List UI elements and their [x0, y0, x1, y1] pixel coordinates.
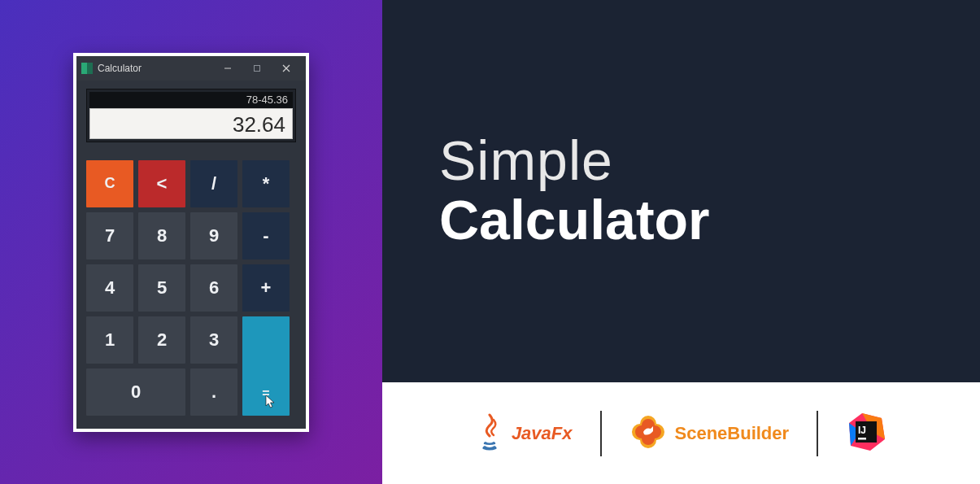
digit-7-button[interactable]: 7 [86, 212, 133, 259]
backspace-button[interactable]: < [138, 160, 185, 207]
digit-2-button[interactable]: 2 [138, 316, 185, 364]
decimal-button[interactable]: . [190, 368, 237, 416]
digit-5-button[interactable]: 5 [138, 264, 185, 312]
window-titlebar: Calculator [76, 56, 306, 81]
digit-3-button[interactable]: 3 [190, 316, 237, 364]
intellij-badge: IJ [821, 412, 911, 456]
scenebuilder-icon [629, 413, 667, 454]
digit-4-button[interactable]: 4 [86, 264, 133, 312]
window-title: Calculator [98, 63, 142, 74]
digit-9-button[interactable]: 9 [190, 212, 237, 259]
javafx-label: JavaFx [512, 423, 573, 444]
hero-title-area: Simple Calculator [382, 0, 980, 382]
scenebuilder-badge: SceneBuilder [605, 413, 814, 454]
minimize-button[interactable] [213, 56, 242, 81]
maximize-button[interactable] [242, 56, 272, 81]
java-icon [476, 413, 503, 454]
close-button[interactable] [272, 56, 301, 81]
equals-label: = [262, 386, 269, 401]
digit-0-button[interactable]: 0 [86, 368, 185, 416]
hero-title-line1: Simple [439, 132, 710, 190]
javafx-badge: JavaFx [451, 413, 597, 454]
svg-rect-5 [858, 438, 866, 440]
clear-button[interactable]: C [86, 160, 133, 207]
keypad: C < / * 7 8 9 - 4 5 6 + 1 2 3 = [86, 160, 296, 416]
svg-rect-1 [255, 65, 260, 71]
expression-display: 78-45.36 [89, 92, 293, 108]
intellij-glyph: IJ [858, 425, 866, 436]
calculator-window: Calculator 78-45.36 32.64 C < / * [73, 53, 309, 432]
digit-1-button[interactable]: 1 [86, 316, 133, 364]
equals-button[interactable]: = [242, 316, 290, 416]
calculator-body: 78-45.36 32.64 C < / * 7 8 9 - 4 5 6 + [76, 81, 306, 429]
divider [600, 411, 602, 456]
plus-button[interactable]: + [242, 264, 290, 312]
tech-stack-bar: JavaFx SceneBuilder IJ [382, 382, 980, 484]
display: 78-45.36 32.64 [86, 89, 296, 142]
minus-button[interactable]: - [242, 212, 290, 259]
scenebuilder-label: SceneBuilder [675, 423, 790, 444]
divide-button[interactable]: / [190, 160, 237, 207]
digit-6-button[interactable]: 6 [190, 264, 237, 312]
hero-title-line2: Calculator [439, 190, 710, 251]
result-display: 32.64 [89, 108, 293, 139]
hero-left-panel: Calculator 78-45.36 32.64 C < / * [0, 0, 382, 484]
app-icon [81, 63, 93, 74]
multiply-button[interactable]: * [242, 160, 290, 207]
intellij-icon: IJ [846, 412, 886, 456]
hero-right-panel: Simple Calculator JavaFx [382, 0, 980, 484]
digit-8-button[interactable]: 8 [138, 212, 185, 259]
divider [817, 411, 818, 456]
